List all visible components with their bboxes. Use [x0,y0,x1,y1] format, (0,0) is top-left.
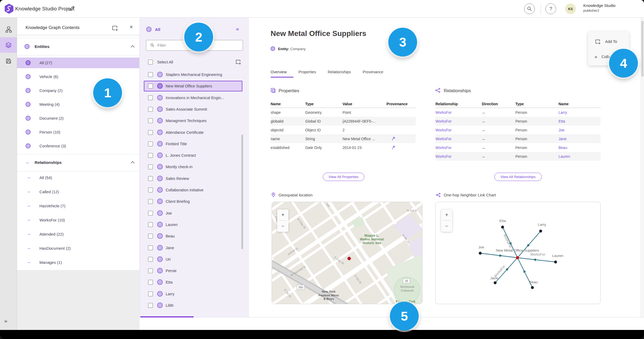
relationship-category-row[interactable]: →HasDocument (2) [17,243,139,254]
item-checkbox[interactable] [148,118,153,123]
type-list-scrollbar[interactable] [241,135,243,249]
type-list-item[interactable]: Client Briefing [144,197,242,207]
related-name-link[interactable]: Etta [559,119,601,123]
type-list-item[interactable]: Larry [144,289,242,299]
related-name-link[interactable]: Beau [559,146,601,150]
entity-category-row[interactable]: Document (2) [17,113,139,124]
rail-expand-button[interactable]: » [4,318,7,324]
relationship-category-row[interactable]: →WorksFor (10) [17,215,139,225]
type-list-item[interactable]: Uri [144,255,242,264]
item-checkbox[interactable] [148,268,153,273]
relationship-category-row[interactable]: →Called (12) [17,187,139,197]
table-row[interactable]: WorksFor←PersonJoe [435,126,601,134]
tab-provenance[interactable]: Provenance [363,70,383,77]
add-to-menu-item[interactable]: Add To [594,38,617,45]
provenance-flag-icon[interactable] [386,136,416,141]
item-checkbox[interactable] [148,222,153,227]
person-node[interactable] [531,286,534,289]
related-name-link[interactable]: Larry [559,110,601,115]
item-checkbox[interactable] [148,72,153,77]
type-list-item[interactable]: Collaboration initiative [144,185,242,195]
geospatial-map[interactable]: k RdW Clay StSalN 3rd StN 4th Starshall … [272,202,422,304]
entity-category-row[interactable]: Conference (3) [17,141,139,151]
item-checkbox[interactable] [148,303,153,308]
table-row[interactable]: objectidObject ID2 [271,126,416,134]
entity-category-row[interactable]: All (27) [17,58,139,68]
item-checkbox[interactable] [148,257,153,262]
search-button[interactable] [524,3,535,14]
item-checkbox[interactable] [148,292,153,296]
add-selection-icon[interactable] [235,59,241,65]
rail-item-project-tree[interactable] [0,22,17,37]
type-list-item[interactable]: Attendance Certificate [144,128,242,138]
tab-relationships[interactable]: Relationships [328,70,351,77]
add-content-icon[interactable] [111,25,118,31]
tab-overview[interactable]: Overview [271,70,287,77]
type-list-item[interactable]: New Metal Office Suppliers [144,82,242,91]
table-row[interactable]: WorksFor←PersonLarry [435,108,601,117]
table-row[interactable]: WorksFor←PersonEtta [435,117,601,126]
type-list-item[interactable]: Innovations in Mechanical Engin... [144,93,242,103]
type-list-item[interactable]: Firebird Title [144,139,242,149]
tab-properties[interactable]: Properties [298,70,316,77]
item-checkbox[interactable] [148,245,153,250]
relationship-link[interactable]: WorksFor [435,128,482,132]
collapse-panel-icon[interactable]: « [236,26,239,32]
rail-item-save[interactable] [0,53,17,69]
type-list-item[interactable]: Beau [144,232,242,241]
entities-collapse-icon[interactable] [131,45,135,48]
chart-zoom-in-button[interactable]: + [441,209,452,220]
item-checkbox[interactable] [148,142,153,146]
main-scrollbar-track[interactable] [641,18,644,317]
relationship-link[interactable]: WorksFor [435,137,482,141]
item-checkbox[interactable] [148,176,153,181]
relationship-category-row[interactable]: →All (54) [17,172,139,183]
type-list-item[interactable]: Persie [144,266,242,276]
related-name-link[interactable]: Jane [559,137,601,141]
type-list-item[interactable]: Joe [144,209,242,218]
entity-category-row[interactable]: Meeting (4) [17,99,139,110]
item-checkbox[interactable] [148,95,153,100]
table-row[interactable]: WorksFor←PersonLauren [435,152,601,161]
item-checkbox[interactable] [148,211,153,216]
relationships-collapse-icon[interactable] [131,161,135,164]
view-all-properties-button[interactable]: View All Properties [323,173,364,181]
provenance-flag-icon[interactable] [386,145,416,150]
relationship-category-row[interactable]: →HasVehicle (7) [17,201,139,211]
table-row[interactable]: WorksFor←PersonJane [435,134,601,143]
person-node[interactable] [539,230,542,233]
relationship-link[interactable]: WorksFor [435,119,482,123]
type-list-item[interactable]: Etta [144,278,242,287]
related-name-link[interactable]: Lauren [559,154,601,159]
type-list-item[interactable]: L. Jones Contract [144,151,242,160]
edit-title-button[interactable] [69,5,75,12]
item-checkbox[interactable] [148,234,153,239]
collapse-menu-item[interactable]: » Colla [594,54,610,60]
relationship-link[interactable]: WorksFor [435,110,482,115]
chart-zoom-out-button[interactable]: − [441,221,452,232]
close-panel-icon[interactable]: ✕ [129,25,133,30]
view-all-relationships-button[interactable]: View All Relationships [494,173,542,181]
type-list-item[interactable]: Staplers Mechanical Engineering [144,70,242,80]
relationship-link[interactable]: WorksFor [435,154,482,159]
avatar[interactable]: KS [565,3,576,14]
person-node[interactable] [494,281,497,284]
item-checkbox[interactable] [148,164,153,169]
item-checkbox[interactable] [148,153,153,158]
relationship-category-row[interactable]: →Manages (1) [17,257,139,268]
rail-item-layers[interactable] [0,37,17,53]
relationship-link[interactable]: WorksFor [435,146,482,150]
type-list-item[interactable]: Sales Associate Summit [144,105,242,114]
person-node[interactable] [554,261,557,264]
item-checkbox[interactable] [148,188,153,192]
table-row[interactable]: establishedDate Only2014-01-23 [271,143,416,152]
entity-category-row[interactable]: Person (10) [17,127,139,138]
type-list-item[interactable]: Lilith [144,301,242,310]
table-row[interactable]: globalidGlobal ID{A228944F-0EF5-... [271,117,416,126]
type-list-item[interactable]: Lauren [144,220,242,230]
type-list-item[interactable]: Montly check-in [144,162,242,172]
person-node[interactable] [501,226,504,229]
type-list-item[interactable]: Managment Techniques [144,116,242,126]
related-name-link[interactable]: Joe [559,128,601,132]
map-zoom-out-button[interactable]: − [277,221,288,232]
